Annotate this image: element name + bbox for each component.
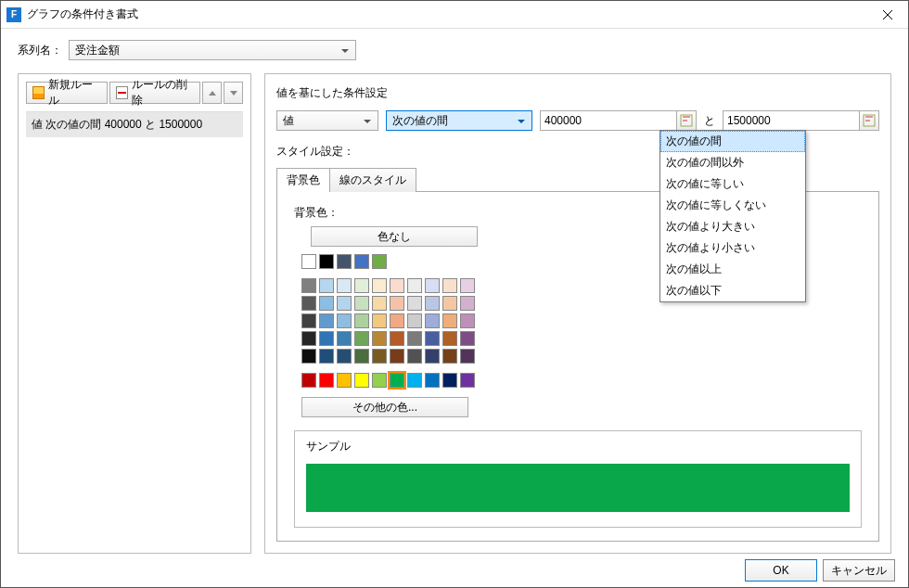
color-swatch[interactable] <box>301 278 316 293</box>
color-swatch[interactable] <box>301 254 316 269</box>
color-swatch[interactable] <box>354 296 369 311</box>
color-swatch[interactable] <box>354 254 369 269</box>
color-swatch[interactable] <box>301 373 316 388</box>
tab-line-style[interactable]: 線のスタイル <box>329 168 416 192</box>
operator-option[interactable]: 次の値以下 <box>660 280 805 301</box>
color-swatch[interactable] <box>407 373 422 388</box>
color-swatch[interactable] <box>301 296 316 311</box>
color-swatch[interactable] <box>337 296 352 311</box>
value2-input[interactable]: 1500000 <box>723 110 860 131</box>
color-swatch[interactable] <box>354 373 369 388</box>
more-colors-button[interactable]: その他の色... <box>301 397 468 417</box>
dialog-body: 系列名： 受注金額 新規ルール ルールの削除 <box>1 29 908 554</box>
field-combo[interactable]: 値 <box>276 110 378 131</box>
color-swatch[interactable] <box>442 331 457 346</box>
operator-option[interactable]: 次の値の間 <box>660 131 805 152</box>
new-rule-label: 新規ルール <box>48 77 100 109</box>
value1-bind-button[interactable] <box>676 110 697 131</box>
color-swatch[interactable] <box>425 296 440 311</box>
color-swatch[interactable] <box>460 278 475 293</box>
operator-option[interactable]: 次の値より小さい <box>660 237 805 259</box>
value2-bind-button[interactable] <box>859 110 879 131</box>
tab-background[interactable]: 背景色 <box>276 168 330 192</box>
color-swatch[interactable] <box>319 278 334 293</box>
operator-option[interactable]: 次の値より大きい <box>660 216 805 237</box>
color-swatch[interactable] <box>425 331 440 346</box>
rule-item[interactable]: 値 次の値の間 400000 と 1500000 <box>26 112 243 137</box>
color-swatch[interactable] <box>442 296 457 311</box>
color-swatch[interactable] <box>337 331 352 346</box>
color-swatch[interactable] <box>354 278 369 293</box>
chevron-down-icon <box>230 91 237 96</box>
color-swatch[interactable] <box>460 313 475 328</box>
color-swatch[interactable] <box>372 331 387 346</box>
color-swatch[interactable] <box>337 313 352 328</box>
color-swatch[interactable] <box>337 278 352 293</box>
color-swatch[interactable] <box>319 349 334 364</box>
color-swatch[interactable] <box>442 373 457 388</box>
chevron-up-icon <box>209 91 216 96</box>
color-swatch[interactable] <box>354 313 369 328</box>
color-swatch[interactable] <box>319 313 334 328</box>
color-swatch[interactable] <box>460 296 475 311</box>
color-swatch[interactable] <box>301 313 316 328</box>
color-swatch[interactable] <box>407 313 422 328</box>
color-swatch[interactable] <box>372 373 387 388</box>
color-swatch[interactable] <box>460 373 475 388</box>
move-down-button[interactable] <box>224 82 243 104</box>
color-swatch[interactable] <box>425 373 440 388</box>
color-swatch[interactable] <box>407 278 422 293</box>
close-button[interactable] <box>866 1 908 29</box>
color-swatch[interactable] <box>337 254 352 269</box>
color-swatch[interactable] <box>354 349 369 364</box>
color-swatch[interactable] <box>390 349 404 364</box>
color-swatch[interactable] <box>425 278 440 293</box>
color-swatch[interactable] <box>442 349 457 364</box>
color-swatch[interactable] <box>337 373 352 388</box>
color-swatch[interactable] <box>390 278 404 293</box>
color-swatch[interactable] <box>442 278 457 293</box>
color-swatch[interactable] <box>425 349 440 364</box>
formula-icon <box>680 114 693 127</box>
color-swatch[interactable] <box>337 349 352 364</box>
dialog: F グラフの条件付き書式 系列名： 受注金額 新規ルール <box>0 0 909 588</box>
value1-input[interactable]: 400000 <box>540 110 677 131</box>
cancel-button[interactable]: キャンセル <box>823 559 895 582</box>
color-swatch[interactable] <box>425 313 440 328</box>
color-swatch[interactable] <box>319 373 334 388</box>
ok-button[interactable]: OK <box>745 559 817 582</box>
color-swatch[interactable] <box>319 254 334 269</box>
color-swatch[interactable] <box>390 296 404 311</box>
color-swatch[interactable] <box>319 296 334 311</box>
color-swatch[interactable] <box>372 349 387 364</box>
color-swatch[interactable] <box>301 331 316 346</box>
color-swatch[interactable] <box>390 373 404 388</box>
operator-option[interactable]: 次の値の間以外 <box>660 152 805 173</box>
operator-option[interactable]: 次の値に等しい <box>660 173 805 195</box>
color-swatch[interactable] <box>372 296 387 311</box>
series-select[interactable]: 受注金額 <box>69 40 356 60</box>
color-swatch[interactable] <box>319 331 334 346</box>
color-swatch[interactable] <box>372 313 387 328</box>
color-swatch[interactable] <box>460 331 475 346</box>
color-swatch[interactable] <box>407 296 422 311</box>
no-color-button[interactable]: 色なし <box>311 226 478 247</box>
color-swatch[interactable] <box>460 349 475 364</box>
color-swatch[interactable] <box>407 331 422 346</box>
color-swatch[interactable] <box>442 313 457 328</box>
new-rule-button[interactable]: 新規ルール <box>26 82 108 104</box>
operator-option[interactable]: 次の値以上 <box>660 259 805 280</box>
move-up-button[interactable] <box>202 82 222 104</box>
color-swatch[interactable] <box>354 331 369 346</box>
color-swatch[interactable] <box>372 278 387 293</box>
color-swatch[interactable] <box>390 313 404 328</box>
color-swatch[interactable] <box>407 349 422 364</box>
color-swatch[interactable] <box>372 254 387 269</box>
operator-combo[interactable]: 次の値の間 <box>386 110 532 131</box>
operator-option[interactable]: 次の値に等しくない <box>660 195 805 216</box>
value2-text: 1500000 <box>727 114 771 127</box>
between-label: と <box>704 113 715 129</box>
color-swatch[interactable] <box>301 349 316 364</box>
delete-rule-button[interactable]: ルールの削除 <box>109 82 201 104</box>
color-swatch[interactable] <box>390 331 404 346</box>
